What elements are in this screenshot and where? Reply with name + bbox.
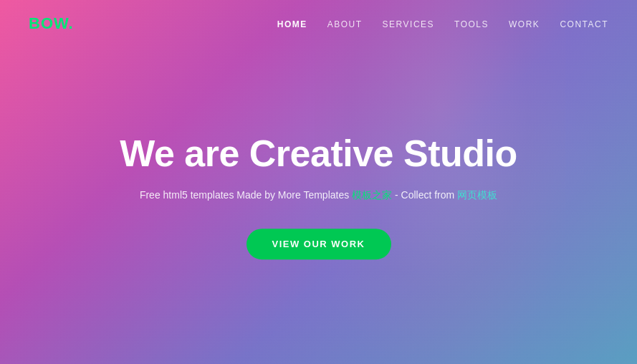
hero-title: We are Creative Studio <box>68 133 570 174</box>
brand-logo[interactable]: BOW. <box>29 14 74 33</box>
hero-subtitle-link2: 网页模板 <box>457 189 497 201</box>
nav-item-tools[interactable]: TOOLS <box>454 17 489 30</box>
nav-link-work[interactable]: WORK <box>509 19 540 29</box>
brand-dot: . <box>69 14 74 32</box>
nav-item-home[interactable]: HOME <box>277 17 307 30</box>
hero-subtitle-part1: Free html5 templates Made by More Templa… <box>140 189 352 201</box>
nav-link-contact[interactable]: CONTACT <box>560 19 608 29</box>
hero-subtitle: Free html5 templates Made by More Templa… <box>68 187 570 203</box>
nav-link-services[interactable]: SERVICES <box>383 19 434 29</box>
nav-item-about[interactable]: ABOUT <box>327 17 363 30</box>
hero-section: BOW. HOME ABOUT SERVICES TOOLS WORK CONT… <box>0 0 637 364</box>
hero-subtitle-part2: - Collect from <box>392 189 457 201</box>
nav-links-list: HOME ABOUT SERVICES TOOLS WORK CONTACT <box>277 17 608 30</box>
nav-link-about[interactable]: ABOUT <box>327 19 363 29</box>
brand-name: BOW <box>29 14 69 32</box>
nav-item-work[interactable]: WORK <box>509 17 540 30</box>
cta-button[interactable]: VIEW OUR WORK <box>246 229 391 259</box>
nav-item-contact[interactable]: CONTACT <box>560 17 608 30</box>
nav-link-tools[interactable]: TOOLS <box>454 19 489 29</box>
navbar: BOW. HOME ABOUT SERVICES TOOLS WORK CONT… <box>0 0 637 47</box>
nav-link-home[interactable]: HOME <box>277 19 307 29</box>
hero-content: We are Creative Studio Free html5 templa… <box>68 133 570 259</box>
hero-subtitle-link1: 模板之家 <box>352 189 392 201</box>
nav-item-services[interactable]: SERVICES <box>383 17 434 30</box>
